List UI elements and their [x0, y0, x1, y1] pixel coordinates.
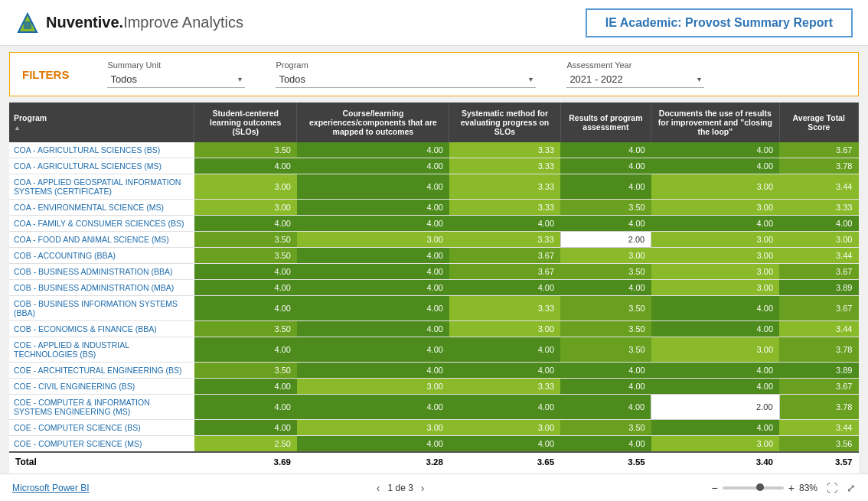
cell-c1: 3.50 [194, 248, 297, 264]
cell-c2: 4.00 [297, 363, 449, 379]
total-label: Total [9, 452, 194, 471]
logo-area: Nuventive.Improve Analytics [15, 11, 243, 35]
cell-c4: 4.00 [560, 158, 651, 174]
program-name-cell[interactable]: COE - COMPUTER SCIENCE (BS) [9, 420, 194, 436]
cell-c1: 3.50 [194, 232, 297, 248]
cell-c1: 3.00 [194, 174, 297, 200]
cell-c3: 3.33 [449, 379, 560, 395]
cell-c2: 4.00 [297, 174, 449, 200]
cell-c3: 3.33 [449, 158, 560, 174]
program-select[interactable]: Todos ▾ [276, 71, 536, 88]
program-name-cell[interactable]: COB - ECONOMICS & FINANCE (BBA) [9, 321, 194, 337]
cell-c2: 4.00 [297, 248, 449, 264]
cell-c5: 3.00 [651, 436, 779, 453]
cell-c4: 3.00 [560, 248, 651, 264]
table-wrapper[interactable]: Program▲ Student-centered learning outco… [9, 102, 859, 473]
year-select[interactable]: 2021 - 2022 ▾ [566, 71, 704, 88]
program-name-cell[interactable]: COE - CIVIL ENGINEERING (BS) [9, 379, 194, 395]
table-row: COA - FOOD AND ANIMAL SCIENCE (MS)3.503.… [9, 232, 859, 248]
program-name-cell[interactable]: COA - AGRICULTURAL SCIENCES (BS) [9, 142, 194, 158]
cell-c3: 4.00 [449, 216, 560, 232]
cell-c2: 4.00 [297, 321, 449, 337]
table-row: COB - BUSINESS INFORMATION SYSTEMS (BBA)… [9, 296, 859, 321]
cell-avg: 3.33 [779, 200, 858, 216]
program-chevron-icon: ▾ [529, 75, 533, 83]
table-row: COE - APPLIED & INDUSTRIAL TECHNOLOGIES … [9, 337, 859, 363]
col-avg: Average Total Score [779, 102, 858, 142]
powerbi-link[interactable]: Microsoft Power BI [12, 483, 90, 493]
program-name-cell[interactable]: COA - ENVIRONMENTAL SCIENCE (MS) [9, 200, 194, 216]
cell-c2: 4.00 [297, 395, 449, 420]
cell-c4: 2.00 [560, 232, 651, 248]
cell-avg: 3.44 [779, 420, 858, 436]
cell-c5: 4.00 [651, 216, 779, 232]
cell-c3: 3.67 [449, 248, 560, 264]
cell-avg: 3.78 [779, 158, 858, 174]
cell-c2: 4.00 [297, 142, 449, 158]
col-results: Results of program assessment [560, 102, 651, 142]
cell-avg: 3.44 [779, 248, 858, 264]
cell-c1: 4.00 [194, 216, 297, 232]
cell-c2: 3.00 [297, 232, 449, 248]
table-row: COA - ENVIRONMENTAL SCIENCE (MS)3.004.00… [9, 200, 859, 216]
program-name-cell[interactable]: COE - COMPUTER & INFORMATION SYSTEMS ENG… [9, 395, 194, 420]
table-row: COA - FAMILY & CONSUMER SCIENCES (BS)4.0… [9, 216, 859, 232]
total-avg: 3.57 [779, 452, 858, 471]
summary-unit-filter: Summary Unit Todos ▾ [107, 60, 245, 88]
zoom-percent: 83% [799, 483, 817, 493]
cell-c3: 3.00 [449, 321, 560, 337]
cell-c1: 4.00 [194, 395, 297, 420]
zoom-plus-icon[interactable]: + [788, 482, 795, 494]
program-name-cell[interactable]: COB - ACCOUNTING (BBA) [9, 248, 194, 264]
cell-c5: 4.00 [651, 158, 779, 174]
cell-avg: 4.00 [779, 216, 858, 232]
table-row: COB - ACCOUNTING (BBA)3.504.003.673.003.… [9, 248, 859, 264]
cell-c3: 4.00 [449, 436, 560, 453]
cell-avg: 3.56 [779, 436, 858, 453]
report-title: IE Academic: Provost Summary Report [586, 8, 853, 37]
zoom-bar: − + 83% [712, 482, 817, 494]
cell-c3: 3.00 [449, 420, 560, 436]
cell-c1: 4.00 [194, 280, 297, 296]
summary-unit-select[interactable]: Todos ▾ [107, 71, 245, 88]
zoom-slider[interactable] [723, 486, 784, 490]
expand-icon[interactable]: ⤢ [847, 482, 856, 494]
cell-c1: 3.50 [194, 321, 297, 337]
next-page-button[interactable]: › [421, 482, 425, 494]
program-name-cell[interactable]: COE - ARCHITECTURAL ENGINEERING (BS) [9, 363, 194, 379]
svg-rect-2 [24, 21, 31, 29]
main-content: Program▲ Student-centered learning outco… [9, 102, 859, 473]
col-program: Program▲ [9, 102, 194, 142]
cell-c3: 3.33 [449, 174, 560, 200]
total-c4: 3.55 [560, 452, 651, 471]
cell-c5: 3.00 [651, 232, 779, 248]
logo-text: Nuventive.Improve Analytics [46, 14, 243, 31]
prev-page-button[interactable]: ‹ [377, 482, 380, 494]
program-name-cell[interactable]: COA - FAMILY & CONSUMER SCIENCES (BS) [9, 216, 194, 232]
pagination: ‹ 1 de 3 › [377, 482, 425, 494]
cell-c4: 4.00 [560, 142, 651, 158]
program-name-cell[interactable]: COA - AGRICULTURAL SCIENCES (MS) [9, 158, 194, 174]
cell-c1: 3.50 [194, 142, 297, 158]
program-name-cell[interactable]: COB - BUSINESS INFORMATION SYSTEMS (BBA) [9, 296, 194, 321]
program-name-cell[interactable]: COE - COMPUTER SCIENCE (MS) [9, 436, 194, 453]
cell-c5: 3.00 [651, 337, 779, 363]
cell-avg: 3.67 [779, 296, 858, 321]
program-name-cell[interactable]: COB - BUSINESS ADMINISTRATION (BBA) [9, 264, 194, 280]
table-row: COE - COMPUTER SCIENCE (BS)4.003.003.003… [9, 420, 859, 436]
program-name-cell[interactable]: COE - APPLIED & INDUSTRIAL TECHNOLOGIES … [9, 337, 194, 363]
cell-c2: 4.00 [297, 200, 449, 216]
zoom-minus-icon[interactable]: − [712, 482, 718, 494]
total-c1: 3.69 [194, 452, 297, 471]
program-name-cell[interactable]: COB - BUSINESS ADMINISTRATION (MBA) [9, 280, 194, 296]
table-row: COA - AGRICULTURAL SCIENCES (BS)3.504.00… [9, 142, 859, 158]
cell-c1: 3.00 [194, 200, 297, 216]
table-row: COE - ARCHITECTURAL ENGINEERING (BS)3.50… [9, 363, 859, 379]
cell-c4: 3.50 [560, 296, 651, 321]
program-name-cell[interactable]: COA - APPLIED GEOSPATIAL INFORMATION SYS… [9, 174, 194, 200]
cell-c5: 4.00 [651, 379, 779, 395]
cell-c2: 4.00 [297, 436, 449, 453]
cell-c2: 4.00 [297, 337, 449, 363]
program-name-cell[interactable]: COA - FOOD AND ANIMAL SCIENCE (MS) [9, 232, 194, 248]
fullscreen-icon[interactable]: ⛶ [827, 482, 837, 494]
